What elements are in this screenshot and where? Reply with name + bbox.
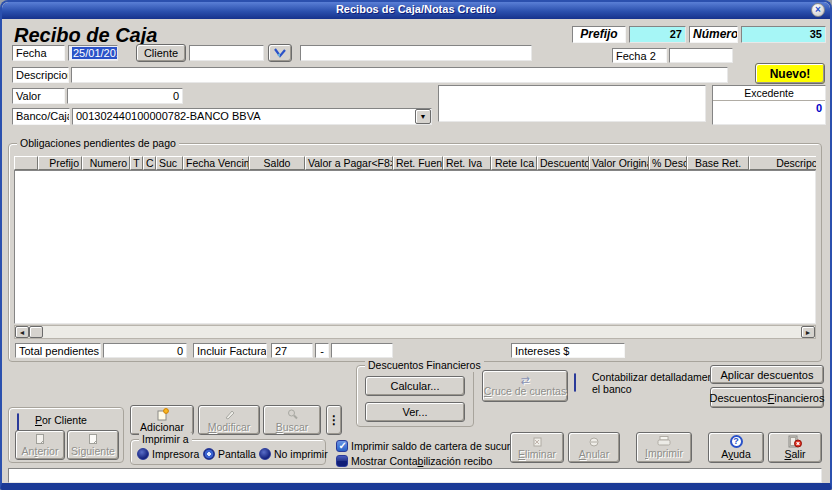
help-icon: ? <box>730 435 743 448</box>
grid-column-header[interactable]: C <box>143 156 156 170</box>
grid-column-header[interactable]: Base Ret. <box>687 156 749 170</box>
descuentos-group: Descuentos Financieros Calcular... Ver..… <box>356 365 474 427</box>
incluir-factura-numero-field[interactable] <box>331 343 393 358</box>
search-icon <box>286 408 299 421</box>
exit-icon <box>788 435 802 448</box>
grid-column-header[interactable]: Ret. Iva <box>443 156 491 170</box>
fecha-selected-text: 25/01/2019 <box>72 47 118 59</box>
grid-column-header[interactable]: Ret. Fuente <box>393 156 443 170</box>
intereses-label: Intereses $ <box>511 343 625 358</box>
cliente-button[interactable]: Cliente <box>136 44 186 62</box>
imprimir-saldo-checkbox[interactable] <box>336 440 348 452</box>
anterior-button[interactable]: Anterior <box>15 430 65 460</box>
cruce-cuentas-icon: ⇄ <box>520 376 529 385</box>
no-imprimir-radio-icon[interactable] <box>259 448 271 460</box>
check-mostrar-contabilizacion[interactable]: Mostrar Contabilización recibo <box>336 455 492 467</box>
ayuda-button[interactable]: ? Ayuda <box>708 432 764 463</box>
prefijo-label: Prefijo <box>572 26 626 43</box>
excedente-label: Excedente <box>713 86 825 101</box>
titlebar[interactable]: Recibos de Caja/Notas Credito × <box>2 2 830 19</box>
printer-icon <box>657 436 671 447</box>
grid-hscrollbar[interactable]: ◄ ► <box>14 325 816 339</box>
buscar-button[interactable]: Buscar <box>263 405 321 435</box>
grid-column-header[interactable]: Prefijo <box>38 156 82 170</box>
next-page-icon <box>87 433 99 445</box>
radio-no-imprimir[interactable]: No imprimir <box>259 448 328 460</box>
contabilizar-checkbox[interactable] <box>574 373 576 392</box>
descuentos-group-title: Descuentos Financieros <box>365 359 484 372</box>
calcular-button[interactable]: Calcular... <box>365 376 465 396</box>
ver-button[interactable]: Ver... <box>365 402 465 422</box>
scroll-thumb[interactable] <box>29 326 43 338</box>
grid-column-header[interactable]: T <box>130 156 143 170</box>
imprimir-a-group-title: Imprimir a <box>139 433 192 446</box>
cruce-de-cuentas-button[interactable]: ⇄ Cruce de cuentas <box>482 370 568 402</box>
dropdown-arrow-icon[interactable]: ▼ <box>415 109 431 124</box>
page-title: Recibo de Caja <box>14 24 157 47</box>
numero-field[interactable]: 35 <box>741 26 826 43</box>
grid-column-header[interactable]: Fecha Vencim. <box>183 156 249 170</box>
status-bar <box>8 468 822 483</box>
fecha-label: Fecha <box>12 45 65 61</box>
grid-column-header[interactable]: Numero <box>82 156 130 170</box>
siguiente-button[interactable]: Siguiente <box>67 430 119 460</box>
grid-column-header[interactable]: % Desc. <box>649 156 687 170</box>
obligaciones-group: Obligaciones pendientes de pago PrefijoN… <box>8 143 822 362</box>
incluir-factura-prefijo-field[interactable]: 27 <box>271 343 313 358</box>
grid-column-header[interactable] <box>14 156 38 170</box>
descripcion-field[interactable] <box>71 67 728 83</box>
fecha2-field[interactable] <box>669 48 733 63</box>
grid-header: PrefijoNumeroTCSucFecha Vencim.SaldoValo… <box>14 156 816 170</box>
salir-button[interactable]: Salir <box>768 432 822 463</box>
descuentos-financieros-button[interactable]: Descuentos Financieros <box>710 387 824 408</box>
scroll-left-icon[interactable]: ◄ <box>15 326 29 338</box>
previous-page-icon <box>34 433 46 445</box>
window-title: Recibos de Caja/Notas Credito <box>2 3 830 15</box>
pantalla-radio-icon[interactable] <box>203 448 215 460</box>
mostrar-contabilizacion-checkbox[interactable] <box>336 455 348 467</box>
check-imprimir-saldo[interactable]: Imprimir saldo de cartera de sucursales <box>336 440 535 452</box>
radio-impresora[interactable]: Impresora <box>137 448 199 460</box>
grid-column-header[interactable]: Saldo <box>249 156 305 170</box>
grid-column-header[interactable]: Valor a Pagar<F8> <box>305 156 393 170</box>
impresora-radio-icon[interactable] <box>137 448 149 460</box>
scroll-right-icon[interactable]: ► <box>801 326 815 338</box>
anular-button[interactable]: Anular <box>568 432 620 463</box>
fecha-field[interactable]: 25/01/2019 <box>68 45 118 61</box>
cruce-cuentas-label: Cruce de cuentas <box>484 385 566 397</box>
banco-caja-label: Banco/Caja <box>12 108 70 125</box>
radio-pantalla[interactable]: Pantalla <box>203 448 256 460</box>
info-panel <box>438 85 706 122</box>
grid-body[interactable] <box>14 170 816 324</box>
adicionar-button[interactable]: Adicionar <box>130 405 194 435</box>
cliente-code-field[interactable] <box>189 45 264 61</box>
total-pendientes-field: 0 <box>103 343 187 358</box>
banco-caja-select[interactable]: 001302440100000782-BANCO BBVA ▼ <box>72 108 432 125</box>
excedente-value: 0 <box>713 101 825 115</box>
more-options-button[interactable]: ⋮ <box>326 405 342 435</box>
add-record-icon <box>156 408 169 421</box>
grid-column-header[interactable]: Valor Original <box>589 156 649 170</box>
grid-column-header[interactable]: Suc <box>156 156 183 170</box>
edit-pencil-icon <box>223 408 236 421</box>
nuevo-button[interactable]: Nuevo! <box>755 63 825 84</box>
scroll-track[interactable] <box>43 326 801 338</box>
valor-field[interactable]: 0 <box>67 88 183 104</box>
aplicar-descuentos-button[interactable]: Aplicar descuentos <box>710 365 824 384</box>
cliente-lookup-button[interactable] <box>268 44 292 62</box>
incluir-factura-label: Incluir Factura <box>193 343 267 358</box>
cliente-name-field[interactable] <box>300 45 532 61</box>
imprimir-button[interactable]: Imprimir <box>636 432 692 463</box>
prefijo-field[interactable]: 27 <box>629 26 686 43</box>
grid-column-header[interactable]: Rete Ica <box>491 156 537 170</box>
eliminar-button[interactable]: Eliminar <box>510 432 564 463</box>
void-icon <box>588 436 600 448</box>
excedente-group: Excedente 0 <box>712 85 826 125</box>
incluir-factura-separator: - <box>315 343 329 358</box>
app-window: Recibos de Caja/Notas Credito × Recibo d… <box>0 0 832 490</box>
modificar-button[interactable]: Modificar <box>198 405 260 435</box>
close-icon[interactable]: × <box>811 3 825 17</box>
grid-column-header[interactable]: Descuento <box>537 156 589 170</box>
grid-column-header[interactable]: Descripcion <box>749 156 816 170</box>
imprimir-a-group: Imprimir a Impresora Pantalla No imprimi… <box>130 439 326 465</box>
